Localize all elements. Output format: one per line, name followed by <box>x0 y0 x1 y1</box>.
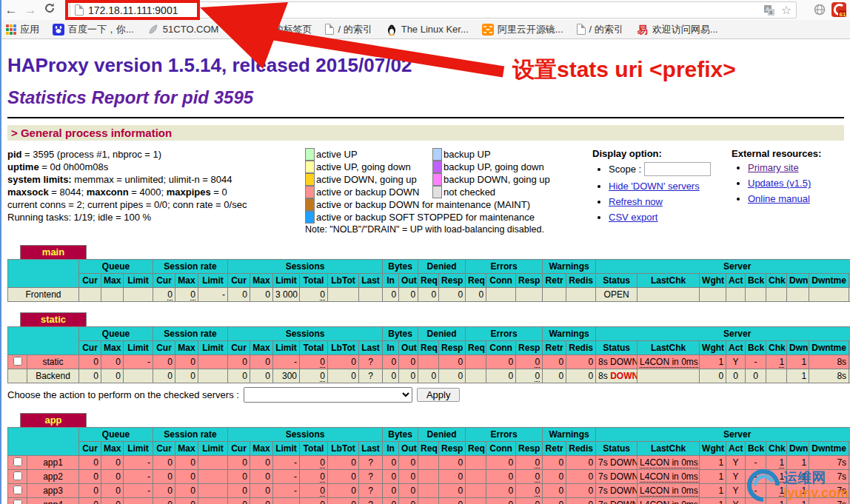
address-bar[interactable]: 172.18.11.111:9001 Aa ☆ <box>70 1 797 19</box>
page-icon <box>577 24 586 35</box>
proxy-name-tab: app <box>20 413 87 427</box>
server-checkbox[interactable] <box>13 471 22 480</box>
column-header: Wght <box>700 442 726 456</box>
refresh-now-link[interactable]: Refresh now <box>609 196 663 207</box>
stat-cell: 0 <box>79 484 101 498</box>
server-checkbox[interactable] <box>13 357 22 366</box>
stat-cell <box>328 288 359 302</box>
column-header: Bck <box>746 274 766 288</box>
bookmark-item[interactable]: 应用 <box>6 23 39 36</box>
stat-cell: 0 <box>175 369 198 383</box>
bookmarks-bar: 应用百度一下，你...51CTO.COM打开新的标签页/ 的索引The Linu… <box>1 20 850 39</box>
stat-cell <box>746 288 766 302</box>
bookmark-label: 欢迎访问网易... <box>652 23 718 36</box>
server-checkbox[interactable] <box>13 457 22 466</box>
column-group-header: Bytes <box>383 327 418 341</box>
stat-cell: 0 <box>175 288 198 302</box>
stat-cell: 0 <box>175 355 198 369</box>
stat-cell: 0 <box>101 498 124 504</box>
column-group-header: Bytes <box>383 260 418 274</box>
online-manual-link[interactable]: Online manual <box>748 193 810 204</box>
column-header: Max <box>101 274 124 288</box>
legend-label: backup UP, going down <box>442 161 544 172</box>
bookmark-item[interactable]: / 的索引 <box>325 23 372 36</box>
stat-cell: 0 <box>300 288 328 302</box>
scope-input[interactable] <box>644 162 711 176</box>
stat-cell: 8s <box>809 355 849 369</box>
stat-cell: 8s DOWN <box>596 355 638 369</box>
stat-cell: 1 <box>700 456 726 470</box>
stat-cell: 0 <box>486 456 516 470</box>
primary-site-link[interactable]: Primary site <box>748 162 799 173</box>
stat-value: 0 <box>535 457 540 468</box>
stat-cell: L4CON in 0ms <box>638 355 700 369</box>
stat-cell: 0 <box>566 355 596 369</box>
annotation-text-latin: stats uri <prefix> <box>557 57 736 81</box>
svg-text:a: a <box>769 10 772 15</box>
bookmark-item[interactable]: 易欢迎访问网易... <box>637 23 718 36</box>
column-header: Req <box>418 274 439 288</box>
stat-cell: 1 <box>700 498 726 504</box>
csv-export-link[interactable]: CSV export <box>609 212 657 223</box>
bookmark-item[interactable]: / 的索引 <box>577 23 623 36</box>
back-icon[interactable]: ← <box>1 3 21 18</box>
stat-cell: 0 <box>250 498 273 504</box>
stat-cell: 0 <box>439 470 466 484</box>
server-checkbox[interactable] <box>13 500 22 504</box>
bookmark-star-icon[interactable]: ☆ <box>781 3 792 17</box>
stat-cell: 0 <box>228 484 250 498</box>
column-group-header: Errors <box>466 260 543 274</box>
refresh-icon[interactable] <box>40 2 59 18</box>
legend-entry: not checked <box>432 186 495 198</box>
apply-button[interactable]: Apply <box>417 388 461 402</box>
action-select[interactable] <box>244 387 412 403</box>
stat-cell: 0 <box>250 288 273 302</box>
legend-entry: active UP, going down <box>305 161 432 173</box>
stat-cell: 0 <box>516 355 543 369</box>
column-header: Act <box>726 274 746 288</box>
stat-cell: 0 <box>516 456 543 470</box>
stat-cell: L4CON in 0ms <box>638 470 700 484</box>
extension-badge-icon[interactable]: 61 <box>831 1 847 18</box>
hide-down-servers-link[interactable]: Hide 'DOWN' servers <box>609 181 700 192</box>
legend-label: active or backup DOWN <box>315 187 419 198</box>
column-header: Max <box>250 274 273 288</box>
stat-cell: 0 <box>439 369 466 383</box>
column-group-header: Server <box>596 260 850 274</box>
stat-cell: 0 <box>543 456 566 470</box>
bookmark-item[interactable]: 百度一下，你... <box>53 23 134 36</box>
column-header: Last <box>359 341 383 355</box>
column-header: Total <box>300 341 328 355</box>
stat-cell: 0 <box>228 470 250 484</box>
stat-cell: 0 <box>228 456 250 470</box>
server-checkbox[interactable] <box>13 485 22 494</box>
bookmark-item[interactable]: 打开新的标签页 <box>232 23 312 36</box>
stat-cell: 0 <box>300 456 328 470</box>
url-text[interactable]: 172.18.11.111:9001 <box>88 4 763 16</box>
stat-cell: 0 <box>486 484 516 498</box>
server-name-cell: static <box>27 355 79 369</box>
bookmark-item[interactable]: The Linux Ker... <box>386 24 469 36</box>
column-header: Status <box>596 274 638 288</box>
column-header: Resp <box>439 442 466 456</box>
column-header: Resp <box>516 442 543 456</box>
stat-cell: ? <box>359 470 383 484</box>
stat-value: 0 <box>535 471 540 483</box>
proxy-name-tab: main <box>20 245 87 259</box>
updates-link[interactable]: Updates (v1.5) <box>748 178 811 189</box>
checkbox-cell <box>8 498 27 504</box>
globe-icon[interactable] <box>814 4 826 16</box>
translate-icon[interactable]: Aa <box>763 4 775 16</box>
stat-cell <box>418 456 439 470</box>
bookmark-item[interactable]: 51CTO.COM <box>147 24 219 36</box>
stat-cell <box>638 369 700 383</box>
bookmark-item[interactable]: 阿里云开源镜... <box>482 23 563 36</box>
column-header: Dwntme <box>809 341 849 355</box>
forward-icon[interactable]: → <box>21 3 40 18</box>
column-group-header: Sessions <box>228 327 383 341</box>
column-header: Req <box>466 274 486 288</box>
column-header: Max <box>175 341 198 355</box>
stat-cell <box>79 288 101 302</box>
stat-cell: 0 <box>516 498 543 504</box>
stat-cell: 0 <box>383 498 399 504</box>
